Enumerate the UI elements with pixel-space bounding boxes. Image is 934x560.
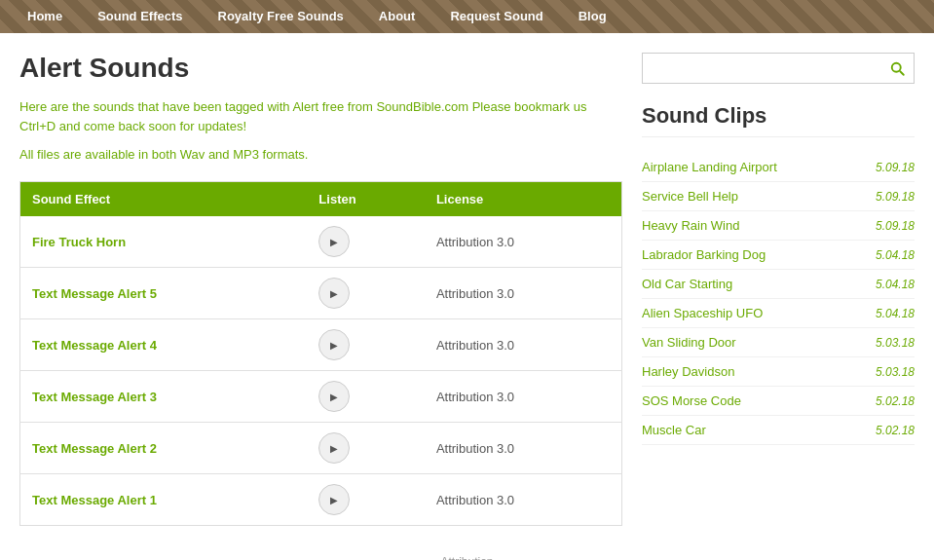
play-icon [330, 340, 338, 351]
sound-name-link[interactable]: Text Message Alert 4 [32, 338, 157, 353]
clip-name-link[interactable]: Heavy Rain Wind [642, 218, 739, 233]
play-button[interactable] [318, 329, 350, 360]
play-button[interactable] [318, 278, 350, 309]
clip-item: Service Bell Help5.09.18 [642, 182, 915, 211]
play-icon [330, 495, 338, 505]
page-title: Alert Sounds [19, 53, 622, 84]
footer: Attribution [0, 545, 934, 560]
clip-date: 5.04.18 [876, 248, 915, 262]
nav-item-sound-effects[interactable]: Sound Effects [80, 0, 200, 33]
nav-item-about[interactable]: About [361, 0, 433, 33]
search-button[interactable] [880, 56, 914, 81]
clip-name-link[interactable]: Service Bell Help [642, 189, 738, 204]
clip-name-link[interactable]: Van Sliding Door [642, 335, 736, 350]
license-cell: Attribution 3.0 [425, 371, 622, 423]
table-body: Fire Truck HornAttribution 3.0Text Messa… [20, 216, 622, 526]
play-icon [330, 237, 338, 247]
attribution-label: Attribution [440, 555, 493, 560]
table-row: Text Message Alert 5Attribution 3.0 [20, 268, 622, 319]
sound-name-link[interactable]: Text Message Alert 2 [32, 441, 157, 456]
search-icon [888, 59, 906, 77]
main-nav: HomeSound EffectsRoyalty Free SoundsAbou… [0, 0, 934, 33]
clip-name-link[interactable]: Old Car Starting [642, 277, 732, 291]
table-row: Fire Truck HornAttribution 3.0 [20, 216, 622, 268]
search-input[interactable] [643, 54, 880, 83]
clip-item: Alien Spaceship UFO5.04.18 [642, 299, 915, 328]
play-icon [330, 443, 338, 454]
sound-table: Sound Effect Listen License Fire Truck H… [19, 181, 622, 526]
clip-name-link[interactable]: Alien Spaceship UFO [642, 306, 763, 320]
clip-name-link[interactable]: SOS Morse Code [642, 393, 741, 408]
table-head: Sound Effect Listen License [20, 182, 622, 217]
license-cell: Attribution 3.0 [425, 423, 622, 474]
col-listen: Listen [307, 182, 425, 217]
clip-item: Labrador Barking Dog5.04.18 [642, 241, 915, 270]
sound-clips-title: Sound Clips [642, 103, 915, 137]
clip-date: 5.04.18 [876, 307, 915, 320]
clip-item: Muscle Car5.02.18 [642, 416, 915, 445]
sound-name-link[interactable]: Fire Truck Horn [32, 235, 126, 249]
formats-text: All files are available in both Wav and … [19, 147, 622, 162]
clip-date: 5.09.18 [876, 190, 915, 204]
nav-item-royalty-free-sounds[interactable]: Royalty Free Sounds [201, 0, 361, 33]
table-row: Text Message Alert 3Attribution 3.0 [20, 371, 622, 423]
play-icon [330, 392, 338, 402]
clip-date: 5.04.18 [876, 278, 915, 291]
license-cell: Attribution 3.0 [425, 268, 622, 319]
clip-item: Van Sliding Door5.03.18 [642, 328, 915, 357]
license-cell: Attribution 3.0 [425, 319, 622, 371]
col-license: License [425, 182, 622, 217]
clip-date: 5.02.18 [876, 424, 915, 437]
sound-name-link[interactable]: Text Message Alert 3 [32, 390, 157, 404]
clip-name-link[interactable]: Harley Davidson [642, 364, 734, 379]
clip-date: 5.03.18 [876, 365, 915, 379]
nav-item-request-sound[interactable]: Request Sound [432, 0, 560, 33]
play-button[interactable] [318, 226, 350, 257]
clip-item: Airplane Landing Airport5.09.18 [642, 153, 915, 182]
clips-list: Airplane Landing Airport5.09.18Service B… [642, 153, 915, 445]
clip-date: 5.09.18 [876, 219, 915, 233]
table-row: Text Message Alert 2Attribution 3.0 [20, 423, 622, 474]
clip-date: 5.03.18 [876, 336, 915, 350]
clip-item: Old Car Starting5.04.18 [642, 270, 915, 299]
clip-name-link[interactable]: Airplane Landing Airport [642, 160, 777, 174]
table-header-row: Sound Effect Listen License [20, 182, 622, 217]
sidebar: Sound Clips Airplane Landing Airport5.09… [642, 53, 915, 526]
license-cell: Attribution 3.0 [425, 474, 622, 526]
table-row: Text Message Alert 4Attribution 3.0 [20, 319, 622, 371]
sound-name-link[interactable]: Text Message Alert 5 [32, 286, 157, 301]
main-content: Alert Sounds Here are the sounds that ha… [19, 53, 622, 526]
clip-name-link[interactable]: Labrador Barking Dog [642, 247, 766, 262]
clip-name-link[interactable]: Muscle Car [642, 423, 706, 437]
col-sound-effect: Sound Effect [20, 182, 308, 217]
play-button[interactable] [318, 432, 350, 464]
nav-item-blog[interactable]: Blog [561, 0, 624, 33]
play-icon [330, 288, 338, 299]
sound-name-link[interactable]: Text Message Alert 1 [32, 493, 157, 507]
clip-date: 5.09.18 [876, 161, 915, 174]
play-button[interactable] [318, 484, 350, 515]
description-text: Here are the sounds that have been tagge… [19, 97, 622, 135]
clip-item: Heavy Rain Wind5.09.18 [642, 211, 915, 241]
table-row: Text Message Alert 1Attribution 3.0 [20, 474, 622, 526]
clip-item: SOS Morse Code5.02.18 [642, 387, 915, 416]
search-box [642, 53, 915, 84]
clip-item: Harley Davidson5.03.18 [642, 357, 915, 387]
license-cell: Attribution 3.0 [425, 216, 622, 268]
clip-date: 5.02.18 [876, 394, 915, 408]
play-button[interactable] [318, 381, 350, 412]
nav-item-home[interactable]: Home [10, 0, 80, 33]
